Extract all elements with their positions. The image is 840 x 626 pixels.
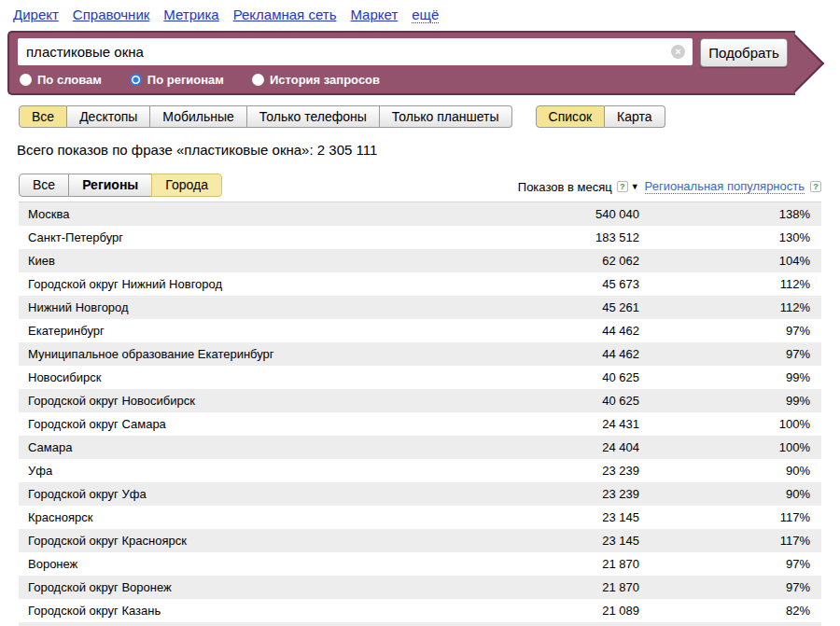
table-row: Муниципальное образование Екатеринбург44… xyxy=(19,342,821,366)
radio-unselected-icon[interactable] xyxy=(252,74,264,86)
column-headers: Показов в месяц ? ▼ Региональная популяр… xyxy=(518,179,821,197)
column-popularity-link[interactable]: Региональная популярность xyxy=(645,179,805,194)
region-name: Городской округ Воронеж xyxy=(28,576,527,599)
popularity-value: 99% xyxy=(639,389,810,412)
scope-tab-cities[interactable]: Города xyxy=(151,174,222,197)
tab-group-gap xyxy=(512,105,536,128)
help-icon[interactable]: ? xyxy=(810,181,821,192)
table-row: Воронеж21 87097% xyxy=(19,552,821,576)
impressions-value: 23 145 xyxy=(527,506,639,529)
nav-link-direct[interactable]: Директ xyxy=(13,7,59,22)
table-row: Городской округ Самара24 431100% xyxy=(19,412,821,436)
impressions-value: 183 512 xyxy=(527,226,639,249)
table-row: Самара24 404100% xyxy=(19,436,821,459)
region-name: Санкт-Петербург xyxy=(28,226,527,249)
mode-label: По словам xyxy=(37,73,102,87)
clear-icon[interactable]: × xyxy=(671,45,685,59)
impressions-value: 540 040 xyxy=(527,202,639,226)
search-mode-options: По словам По регионам История запросов xyxy=(20,73,788,87)
region-name: Самара xyxy=(28,436,527,459)
scope-tab-all[interactable]: Все xyxy=(19,174,69,197)
mode-by-words[interactable]: По словам xyxy=(20,73,102,87)
search-submit-button[interactable]: Подобрать xyxy=(700,38,788,67)
tab-tablets-only[interactable]: Только планшеты xyxy=(380,105,512,128)
table-row: Городской округ Воронеж21 87097% xyxy=(19,576,821,599)
search-input[interactable] xyxy=(18,38,693,65)
nav-link-market[interactable]: Маркет xyxy=(350,7,398,22)
popularity-value: 97% xyxy=(639,342,810,366)
popularity-value: 90% xyxy=(639,459,810,482)
region-name: Екатеринбург xyxy=(28,319,527,342)
table-row: Киев62 062104% xyxy=(19,249,821,272)
impressions-value: 23 239 xyxy=(527,459,639,482)
region-name: Нижний Новгород xyxy=(28,296,527,319)
search-box: × xyxy=(18,38,693,65)
region-name: Городской округ Красноярск xyxy=(28,529,527,552)
impressions-value: 21 077 xyxy=(527,622,639,626)
tab-map-view[interactable]: Карта xyxy=(605,105,665,128)
region-name: Городской округ Нижний Новгород xyxy=(28,272,527,296)
help-icon[interactable]: ? xyxy=(617,181,628,192)
region-name: Москва xyxy=(28,202,527,226)
nav-link-more[interactable]: ещё xyxy=(412,7,439,23)
radio-unselected-icon[interactable] xyxy=(20,74,32,86)
impressions-value: 62 062 xyxy=(527,249,639,272)
region-scope-tabs: Все Регионы Города xyxy=(19,174,222,197)
impressions-value: 45 261 xyxy=(527,296,639,319)
tab-mobile[interactable]: Мобильные xyxy=(150,105,247,128)
scope-tab-regions[interactable]: Регионы xyxy=(69,174,152,197)
region-name: Красноярск xyxy=(28,506,527,529)
region-table-body: Москва540 040138%Санкт-Петербург183 5121… xyxy=(19,202,821,626)
tab-desktops[interactable]: Десктопы xyxy=(67,105,150,128)
tab-list-view[interactable]: Список xyxy=(536,105,606,128)
popularity-value: 82% xyxy=(639,622,810,626)
impressions-value: 40 625 xyxy=(527,366,639,389)
table-row: Красноярск23 145117% xyxy=(19,506,821,529)
search-banner: × Подобрать По словам По регионам Истори… xyxy=(7,31,795,95)
mode-query-history[interactable]: История запросов xyxy=(252,73,380,87)
table-row: Городской округ Красноярск23 145117% xyxy=(19,529,821,552)
popularity-value: 97% xyxy=(639,576,810,599)
table-row: Казань21 07782% xyxy=(19,622,821,626)
region-name: Киев xyxy=(28,249,527,272)
impressions-value: 21 870 xyxy=(527,552,639,576)
top-nav: Директ Справочник Метрика Рекламная сеть… xyxy=(0,0,840,28)
popularity-value: 97% xyxy=(639,319,810,342)
table-row: Городской округ Нижний Новгород45 673112… xyxy=(19,272,821,296)
column-impressions-label: Показов в месяц xyxy=(518,180,612,194)
total-impressions-text: Всего показов по фразе «пластиковые окна… xyxy=(17,142,840,158)
nav-link-spravochnik[interactable]: Справочник xyxy=(73,7,150,22)
popularity-value: 112% xyxy=(639,272,810,296)
popularity-value: 100% xyxy=(639,436,810,459)
impressions-value: 45 673 xyxy=(527,272,639,296)
popularity-value: 100% xyxy=(639,412,810,436)
mode-by-regions[interactable]: По регионам xyxy=(130,73,224,87)
table-row: Городской округ Уфа23 23990% xyxy=(19,482,821,506)
column-impressions[interactable]: Показов в месяц ? ▼ xyxy=(518,180,639,194)
radio-selected-icon[interactable] xyxy=(130,74,142,86)
region-name: Казань xyxy=(28,622,527,626)
impressions-value: 44 462 xyxy=(527,319,639,342)
popularity-value: 82% xyxy=(639,599,810,622)
impressions-value: 23 239 xyxy=(527,482,639,506)
impressions-value: 40 625 xyxy=(527,389,639,412)
nav-link-ad-network[interactable]: Рекламная сеть xyxy=(233,7,337,22)
impressions-value: 44 462 xyxy=(527,342,639,366)
region-name: Городской округ Самара xyxy=(28,412,527,436)
nav-link-metrika[interactable]: Метрика xyxy=(163,7,218,22)
impressions-value: 21 089 xyxy=(527,599,639,622)
impressions-value: 21 870 xyxy=(527,576,639,599)
region-name: Воронеж xyxy=(28,552,527,576)
table-header: Все Регионы Города Показов в месяц ? ▼ Р… xyxy=(19,174,821,202)
popularity-value: 97% xyxy=(639,552,810,576)
region-name: Уфа xyxy=(28,459,527,482)
popularity-value: 112% xyxy=(639,296,810,319)
popularity-value: 117% xyxy=(639,506,810,529)
sort-desc-icon: ▼ xyxy=(631,182,639,191)
tab-phones-only[interactable]: Только телефоны xyxy=(247,105,380,128)
table-row: Санкт-Петербург183 512130% xyxy=(19,226,821,249)
impressions-value: 24 404 xyxy=(527,436,639,459)
filter-tabs-row: Все Десктопы Мобильные Только телефоны Т… xyxy=(19,105,840,128)
impressions-value: 24 431 xyxy=(527,412,639,436)
tab-all-devices[interactable]: Все xyxy=(19,105,67,128)
